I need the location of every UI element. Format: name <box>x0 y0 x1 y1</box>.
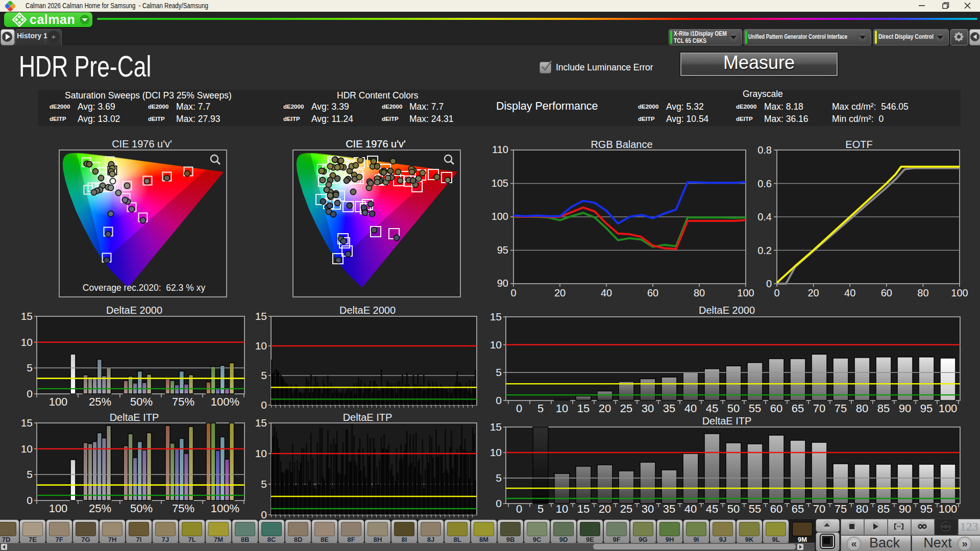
svg-text:10: 10 <box>556 503 568 515</box>
svg-text:40: 40 <box>601 287 612 298</box>
svg-text:95: 95 <box>920 503 933 515</box>
svg-text:50: 50 <box>727 503 740 515</box>
svg-text:15: 15 <box>490 311 502 322</box>
svg-text:0: 0 <box>766 278 772 289</box>
svg-text:90: 90 <box>497 278 508 289</box>
svg-text:65: 65 <box>792 402 804 415</box>
svg-text:85: 85 <box>877 503 890 515</box>
svg-text:10: 10 <box>255 447 267 459</box>
svg-text:Coverage rec.2020: 62.3 % xy: Coverage rec.2020: 62.3 % xy <box>83 283 206 293</box>
svg-text:75%: 75% <box>172 395 194 408</box>
svg-text:0: 0 <box>27 388 33 399</box>
svg-text:70: 70 <box>813 503 825 515</box>
svg-text:25: 25 <box>620 402 632 415</box>
svg-text:0: 0 <box>261 399 267 411</box>
svg-text:20: 20 <box>554 287 566 298</box>
svg-text:45: 45 <box>706 503 718 515</box>
svg-text:45: 45 <box>706 402 718 415</box>
svg-text:55: 55 <box>749 402 761 415</box>
svg-text:100: 100 <box>492 211 508 222</box>
svg-text:20: 20 <box>599 402 611 415</box>
svg-text:10: 10 <box>21 336 33 348</box>
svg-text:25%: 25% <box>89 502 111 515</box>
svg-text:15: 15 <box>577 503 590 515</box>
svg-text:40: 40 <box>684 402 697 415</box>
svg-text:5: 5 <box>261 369 267 381</box>
svg-text:50%: 50% <box>130 502 153 515</box>
svg-text:20: 20 <box>807 287 819 298</box>
svg-text:15: 15 <box>255 417 267 429</box>
svg-text:0: 0 <box>27 494 33 506</box>
svg-text:0: 0 <box>516 503 522 515</box>
svg-text:20: 20 <box>599 503 611 515</box>
svg-text:65: 65 <box>792 503 804 515</box>
svg-text:15: 15 <box>577 402 590 415</box>
svg-text:0.6: 0.6 <box>757 178 772 189</box>
svg-text:60: 60 <box>770 503 782 515</box>
svg-text:0: 0 <box>261 509 267 520</box>
svg-text:25%: 25% <box>89 395 111 408</box>
svg-text:10: 10 <box>255 340 267 352</box>
svg-text:75%: 75% <box>172 502 194 515</box>
svg-text:0: 0 <box>496 497 502 509</box>
svg-text:90: 90 <box>899 503 911 515</box>
svg-text:5: 5 <box>261 478 267 490</box>
svg-text:0.8: 0.8 <box>757 144 772 156</box>
svg-text:95: 95 <box>920 402 933 415</box>
svg-text:60: 60 <box>770 402 782 415</box>
svg-text:80: 80 <box>694 287 705 298</box>
svg-text:15: 15 <box>21 417 33 429</box>
svg-text:0: 0 <box>496 394 502 406</box>
svg-text:5: 5 <box>27 362 33 373</box>
svg-text:15: 15 <box>490 421 502 433</box>
svg-text:100%: 100% <box>211 502 239 515</box>
svg-text:75: 75 <box>835 503 847 515</box>
svg-text:50: 50 <box>727 402 740 415</box>
svg-text:85: 85 <box>877 402 890 415</box>
svg-text:100%: 100% <box>211 395 239 408</box>
svg-text:15: 15 <box>255 310 267 322</box>
svg-text:5: 5 <box>537 402 544 415</box>
svg-text:5: 5 <box>496 472 502 484</box>
svg-text:30: 30 <box>642 402 654 415</box>
svg-text:100: 100 <box>939 503 958 515</box>
svg-text:calman: calman <box>30 12 75 27</box>
svg-text:0: 0 <box>510 287 516 298</box>
svg-text:10: 10 <box>556 402 568 415</box>
svg-text:0: 0 <box>516 402 522 415</box>
svg-text:60: 60 <box>881 287 892 298</box>
svg-text:60: 60 <box>647 287 658 298</box>
svg-text:40: 40 <box>844 287 855 298</box>
svg-text:35: 35 <box>663 402 675 415</box>
svg-text:80: 80 <box>856 503 868 515</box>
svg-text:80: 80 <box>917 287 928 298</box>
svg-text:35: 35 <box>663 503 675 515</box>
svg-text:110: 110 <box>492 144 508 155</box>
svg-text:25: 25 <box>620 503 632 515</box>
svg-text:5: 5 <box>537 503 544 515</box>
svg-text:70: 70 <box>813 402 825 415</box>
svg-text:0: 0 <box>774 287 779 298</box>
svg-text:5: 5 <box>496 366 502 378</box>
svg-text:90: 90 <box>899 402 911 415</box>
svg-text:15: 15 <box>21 310 33 322</box>
svg-text:50%: 50% <box>130 395 153 408</box>
svg-text:0.2: 0.2 <box>757 245 772 256</box>
svg-text:30: 30 <box>642 503 654 515</box>
svg-text:100: 100 <box>939 402 958 415</box>
svg-text:55: 55 <box>749 503 761 515</box>
svg-text:10: 10 <box>21 443 33 455</box>
svg-text:10: 10 <box>490 339 502 350</box>
svg-text:100: 100 <box>49 502 68 515</box>
svg-text:75: 75 <box>835 402 847 415</box>
svg-text:10: 10 <box>490 446 502 458</box>
svg-text:80: 80 <box>856 402 868 415</box>
svg-text:100: 100 <box>951 287 968 298</box>
svg-text:0.4: 0.4 <box>757 211 772 222</box>
svg-text:95: 95 <box>497 244 508 256</box>
svg-text:100: 100 <box>49 395 68 408</box>
svg-text:40: 40 <box>684 503 697 515</box>
svg-text:5: 5 <box>27 468 33 480</box>
svg-text:105: 105 <box>492 178 508 189</box>
